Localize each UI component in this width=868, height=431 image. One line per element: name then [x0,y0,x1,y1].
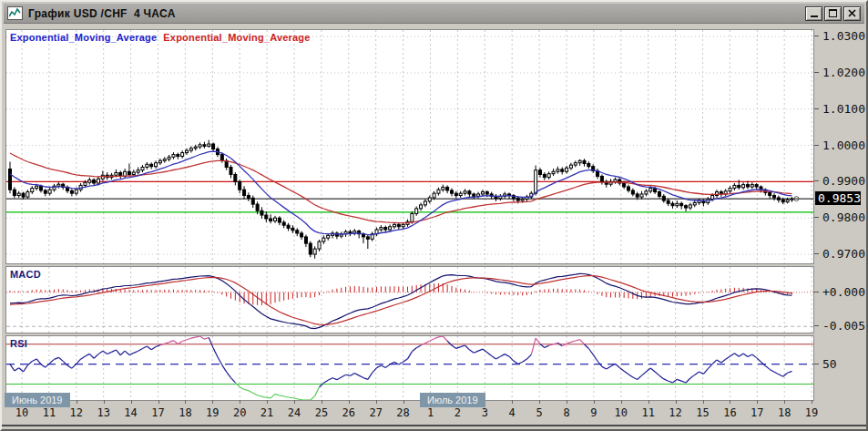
date-tick [131,400,132,404]
date-label: 12 [669,406,681,419]
date-label: 2 [454,406,461,419]
date-label: 10 [15,406,28,419]
date-tick [784,400,785,404]
date-tick [403,400,404,404]
date-tick [212,400,213,404]
macd-panel[interactable]: MACD [5,266,814,334]
price-tick: 1.0100 [814,102,865,116]
ema-fast-label: Exponential_Moving_Average [10,32,157,43]
date-label: 27 [369,406,382,419]
minimize-icon [811,15,818,17]
rsi-label: RSI [10,338,27,349]
macd-label: MACD [10,269,41,280]
date-label: 14 [124,406,137,419]
date-label: 11 [43,406,56,419]
chart-icon [7,6,23,20]
date-label: 1 [427,406,434,419]
date-label: 19 [805,406,818,419]
date-label: 21 [260,406,273,419]
date-tick [104,400,105,404]
date-label: 24 [288,406,301,419]
price-tick: 0.9700 [814,247,865,261]
window-bottom-divider [2,425,866,426]
date-label: 13 [97,406,109,419]
date-tick [703,400,704,404]
date-tick [294,400,295,404]
date-tick [240,400,240,404]
date-label: 15 [696,406,709,419]
date-label: 16 [723,406,736,419]
price-tick: 1.0300 [814,29,865,43]
date-label: 12 [70,406,83,419]
date-tick [621,400,622,404]
maximize-icon [829,9,837,17]
title-bar[interactable]: График USD /CHF 4 ЧАСА [4,4,864,24]
date-label: 10 [615,406,628,419]
price-axis[interactable]: 1.03001.02001.01001.00000.99000.98000.97… [814,29,864,401]
date-label: 17 [151,406,164,419]
date-tick [77,400,77,404]
maximize-button[interactable] [824,6,842,21]
date-tick [158,400,159,404]
macd-axis-label: -0.005 [814,319,865,333]
date-tick [648,400,649,404]
chart-window: График USD /CHF 4 ЧАСА Exponential_Movin… [0,0,868,431]
date-label: 17 [751,406,763,419]
ema-labels: Exponential_Moving_AverageExponential_Mo… [10,32,311,43]
date-tick [376,400,377,404]
rsi-chart [6,336,813,400]
date-label: 8 [563,406,569,419]
date-tick [185,400,186,404]
date-label: 11 [641,406,654,419]
date-tick [757,400,758,404]
date-tick [730,400,730,404]
date-tick [322,400,322,404]
date-label: 19 [206,406,219,419]
macd-axis-label: +0.000 [814,285,865,299]
date-tick [567,400,567,404]
price-tick: 0.9900 [814,174,865,188]
date-label: 25 [315,406,328,419]
rsi-axis-label: 50 [814,357,837,371]
date-label: 18 [179,406,191,419]
current-price-badge: 0.9853 [815,191,861,205]
month-badge-july: Июль 2019 [420,393,485,407]
date-tick [267,400,268,404]
date-label: 4 [509,406,516,419]
date-label: 9 [590,406,597,419]
date-tick [594,400,595,404]
date-label: 28 [396,406,409,419]
price-tick: 1.0000 [814,139,865,152]
macd-chart [6,267,813,333]
date-label: 18 [778,406,791,419]
rsi-panel[interactable]: RSI [5,335,814,401]
window-controls [805,6,861,21]
date-label: 5 [536,406,542,419]
candlestick-chart [6,30,813,263]
price-tick: 0.9800 [814,210,865,224]
date-label: 3 [482,406,488,419]
window-title: График USD /CHF 4 ЧАСА [28,7,176,20]
main-chart-panel[interactable]: Exponential_Moving_AverageExponential_Mo… [5,29,814,264]
ema-slow-label: Exponential_Moving_Average [163,32,310,43]
date-tick [512,400,513,404]
date-tick [676,400,677,404]
date-axis[interactable]: 1011121314171819202124252627281234589101… [5,401,814,424]
date-label: 26 [342,406,355,419]
minimize-button[interactable] [805,6,822,21]
date-tick [812,400,812,404]
close-button[interactable] [843,6,861,21]
month-badge-june: Июнь 2019 [5,393,70,407]
date-tick [539,400,540,404]
date-label: 20 [233,406,246,419]
price-tick: 1.0200 [814,66,865,79]
date-tick [349,400,350,404]
close-icon [848,9,856,17]
